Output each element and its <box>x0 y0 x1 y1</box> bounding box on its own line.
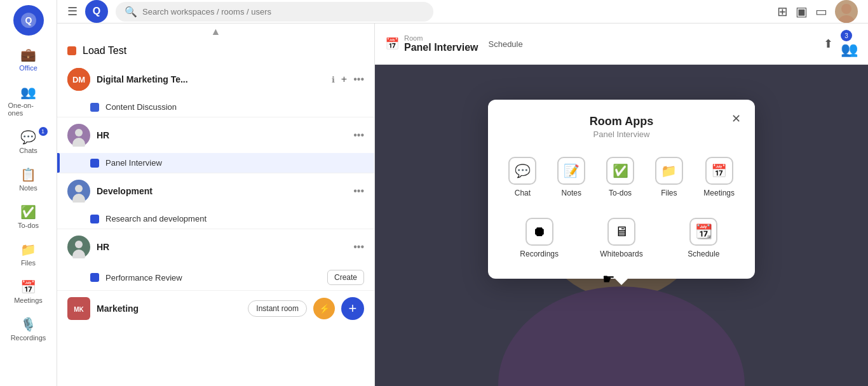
app-icon-recordings: ⏺ <box>526 218 553 246</box>
room-dot-performance <box>90 273 99 282</box>
room-item-research[interactable]: Research and development <box>57 209 374 229</box>
app-item-schedule[interactable]: 📆 Schedule <box>668 213 740 263</box>
app-item-recordings[interactable]: ⏺ Recordings <box>503 213 575 263</box>
sidebar-item-label: Recordings <box>11 334 46 342</box>
group-name-marketing: Marketing <box>97 303 241 314</box>
room-group-digital-marketing: DM Digital Marketing Te... ℹ + ••• Conte… <box>57 62 374 117</box>
room-name-research: Research and development <box>105 214 207 223</box>
group-more-hr[interactable]: ••• <box>353 130 364 141</box>
add-room-icon[interactable]: + <box>341 74 347 85</box>
header: ☰ Q 🔍 ⊞ ▣ ▭ <box>57 0 868 23</box>
group-name-development: Development <box>97 186 347 196</box>
svg-text:MK: MK <box>74 306 84 313</box>
app-label-schedule: Schedule <box>688 250 719 258</box>
marketing-row: MK Marketing Instant room ⚡ + <box>57 291 374 326</box>
app-logo: Q <box>13 5 44 36</box>
active-indicator <box>57 153 60 173</box>
modal-subtitle: Panel Interview <box>503 130 740 139</box>
group-name-hr2: HR <box>97 242 347 252</box>
app-item-todos[interactable]: ✅ To-dos <box>601 152 640 203</box>
sidebar-item-label: Chats <box>19 147 37 154</box>
chats-icon: 💬 <box>20 130 36 145</box>
sidebar-item-meetings[interactable]: 📅 Meetings <box>4 274 53 309</box>
sidebar-item-office[interactable]: 💼 Office <box>4 42 53 77</box>
room-group-development: Development ••• Research and development <box>57 173 374 229</box>
split-view-button[interactable]: ▣ <box>796 4 808 19</box>
group-avatar-development <box>67 180 90 203</box>
room-name-content-discussion: Content Discussion <box>105 102 177 112</box>
single-view-button[interactable]: ▭ <box>815 4 827 19</box>
app-item-whiteboards[interactable]: 🖥 Whiteboards <box>585 213 657 263</box>
group-more-digital-marketing[interactable]: ••• <box>353 74 364 85</box>
app-item-notes[interactable]: 📝 Notes <box>552 152 591 203</box>
svg-point-3 <box>837 15 855 23</box>
group-avatar-hr <box>67 124 90 147</box>
quick-action-button[interactable]: ⚡ <box>313 298 335 319</box>
app-label-recordings: Recordings <box>520 250 559 258</box>
recordings-icon: 🎙️ <box>20 317 36 332</box>
room-name-panel-interview: Panel Interview <box>105 158 162 168</box>
meetings-icon: 📅 <box>20 279 36 295</box>
one-on-ones-icon: 👥 <box>20 84 36 100</box>
group-avatar-marketing: MK <box>67 297 90 320</box>
sidebar-item-chats[interactable]: 1 💬 Chats <box>4 124 53 159</box>
sidebar-item-label: Notes <box>19 184 37 192</box>
load-test-item[interactable]: Load Test <box>57 40 374 62</box>
app-label-notes: Notes <box>562 189 581 197</box>
group-header-hr2[interactable]: HR ••• <box>57 229 374 265</box>
content-area: ▲ Load Test DM Digital Marketing Te... ℹ… <box>57 23 868 386</box>
svg-point-2 <box>841 4 851 14</box>
room-name-performance: Performance Review <box>105 273 182 283</box>
app-label-meetings: Meetings <box>703 189 735 197</box>
room-item-content-discussion[interactable]: Content Discussion <box>57 97 374 117</box>
grid-view-button[interactable]: ⊞ <box>777 4 788 19</box>
group-more-development[interactable]: ••• <box>353 185 364 197</box>
todos-icon: ✅ <box>20 204 36 220</box>
sidebar-item-label: One-on-ones <box>8 102 49 117</box>
rooms-list: ▲ Load Test DM Digital Marketing Te... ℹ… <box>57 23 374 326</box>
group-header-development[interactable]: Development ••• <box>57 173 374 209</box>
search-bar[interactable]: 🔍 <box>116 2 433 22</box>
create-button[interactable]: Create <box>327 270 364 285</box>
sidebar-item-recordings[interactable]: 🎙️ Recordings <box>4 312 53 347</box>
app-label-files: Files <box>661 189 677 197</box>
search-input[interactable] <box>142 7 424 17</box>
sidebar-item-label: Office <box>19 64 37 72</box>
header-logo: Q <box>85 0 108 23</box>
apps-grid-row2: ⏺ Recordings 🖥 Whiteboards 📆 Schedule <box>503 213 740 263</box>
sidebar-item-files[interactable]: 📁 Files <box>4 237 53 272</box>
modal-overlay: Room Apps Panel Interview ✕ 💬 Chat 📝 Not… <box>375 23 868 386</box>
right-panel: 📅 Room Panel Interview Schedule ⬆ 3 👥 <box>375 23 868 386</box>
svg-text:DM: DM <box>72 75 85 84</box>
search-icon: 🔍 <box>125 6 137 18</box>
modal-title: Room Apps <box>503 115 740 128</box>
room-item-performance-review[interactable]: Performance Review Create <box>57 265 374 290</box>
files-icon: 📁 <box>20 242 36 257</box>
add-button[interactable]: + <box>341 297 364 320</box>
app-item-meetings[interactable]: 📅 Meetings <box>698 152 740 203</box>
sidebar-item-one-on-ones[interactable]: 👥 One-on-ones <box>4 79 53 122</box>
svg-text:Q: Q <box>25 15 32 25</box>
scroll-up-indicator: ▲ <box>57 23 374 40</box>
svg-point-10 <box>75 185 83 192</box>
app-item-files[interactable]: 📁 Files <box>649 152 688 203</box>
app-item-chat[interactable]: 💬 Chat <box>503 152 542 203</box>
room-item-panel-interview[interactable]: Panel Interview <box>57 153 374 173</box>
group-header-digital-marketing[interactable]: DM Digital Marketing Te... ℹ + ••• <box>57 62 374 97</box>
app-label-chat: Chat <box>515 189 531 197</box>
hamburger-button[interactable]: ☰ <box>67 4 78 18</box>
user-avatar[interactable] <box>835 0 858 23</box>
svg-point-13 <box>75 241 83 248</box>
modal-close-button[interactable]: ✕ <box>727 110 745 128</box>
header-right: ⊞ ▣ ▭ <box>777 0 858 23</box>
room-item-actions: Create <box>327 270 364 285</box>
app-icon-notes: 📝 <box>557 157 585 185</box>
sidebar-item-todos[interactable]: ✅ To-dos <box>4 199 53 234</box>
rooms-panel: ▲ Load Test DM Digital Marketing Te... ℹ… <box>57 23 375 386</box>
sidebar-item-notes[interactable]: 📋 Notes <box>4 162 53 197</box>
app-icon-whiteboards: 🖥 <box>607 218 635 246</box>
instant-room-button[interactable]: Instant room <box>248 300 307 317</box>
room-apps-modal: Room Apps Panel Interview ✕ 💬 Chat 📝 Not… <box>488 100 755 279</box>
group-more-hr2[interactable]: ••• <box>353 241 364 253</box>
group-header-hr[interactable]: HR ••• <box>57 117 374 153</box>
